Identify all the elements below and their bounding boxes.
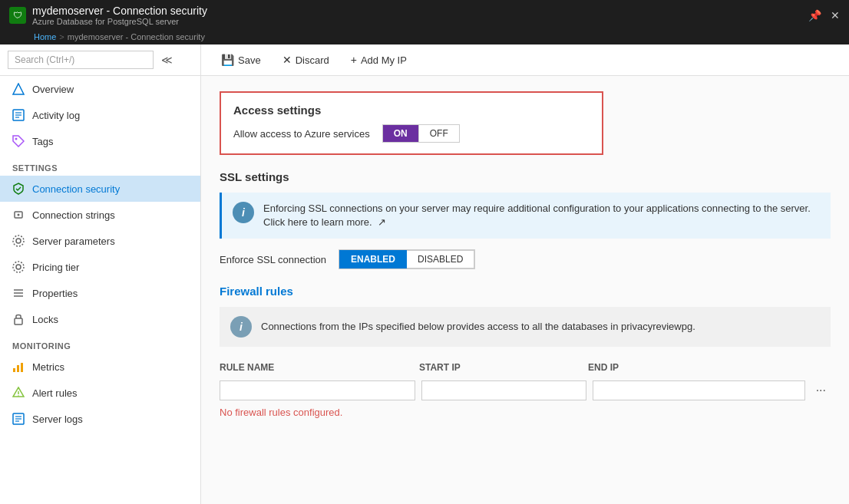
save-icon: 💾 <box>221 54 234 66</box>
add-ip-label: Add My IP <box>361 54 407 66</box>
ssl-enforce-toggle[interactable]: ENABLED DISABLED <box>339 249 475 269</box>
search-input[interactable] <box>8 51 154 69</box>
sidebar-label-server-logs: Server logs <box>32 413 83 425</box>
connection-strings-icon <box>12 209 25 221</box>
firewall-table-header: RULE NAME START IP END IP <box>220 359 831 376</box>
server-logs-icon <box>12 413 25 425</box>
locks-icon <box>12 313 25 325</box>
tags-icon <box>12 135 25 147</box>
toggle-on-button[interactable]: ON <box>383 125 418 142</box>
access-settings-title: Access settings <box>233 104 590 117</box>
sidebar-label-properties: Properties <box>32 288 78 299</box>
sidebar: ≪ Overview Activity log Tags SETTINGS <box>0 44 201 504</box>
ssl-info-text: Enforcing SSL connections on your server… <box>263 202 820 229</box>
ssl-settings-title: SSL settings <box>220 170 831 183</box>
svg-point-11 <box>13 262 24 272</box>
sidebar-item-activity-log[interactable]: Activity log <box>0 102 200 128</box>
add-my-ip-button[interactable]: + Add My IP <box>346 51 411 69</box>
sidebar-label-overview: Overview <box>32 84 74 95</box>
end-ip-input[interactable] <box>593 380 805 400</box>
ssl-toggle-row: Enforce SSL connection ENABLED DISABLED <box>220 249 831 269</box>
title-bar-right: 📌 ✕ <box>808 9 840 21</box>
azure-access-toggle[interactable]: ON OFF <box>382 124 460 143</box>
sidebar-item-pricing-tier[interactable]: Pricing tier <box>0 254 200 280</box>
svg-point-9 <box>13 236 24 246</box>
page-title: mydemoserver - Connection security <box>32 5 207 17</box>
toolbar: 💾 Save ✕ Discard + Add My IP <box>201 44 849 76</box>
firewall-info-icon: i <box>230 316 252 338</box>
firewall-rules-title: Firewall rules <box>220 285 831 298</box>
rule-name-input[interactable] <box>220 380 415 400</box>
firewall-table-row: ··· <box>220 380 831 400</box>
close-button[interactable]: ✕ <box>831 9 840 21</box>
svg-point-5 <box>15 138 18 140</box>
start-ip-input[interactable] <box>421 380 586 400</box>
sidebar-item-tags[interactable]: Tags <box>0 128 200 154</box>
svg-point-7 <box>18 214 20 216</box>
save-label: Save <box>238 54 261 66</box>
ssl-disabled-button[interactable]: DISABLED <box>407 250 474 268</box>
title-bar-text: mydemoserver - Connection security Azure… <box>32 5 207 26</box>
page-subtitle: Azure Database for PostgreSQL server <box>32 17 207 26</box>
sidebar-label-alert-rules: Alert rules <box>32 387 78 399</box>
external-link-icon: ↗ <box>378 216 386 228</box>
title-bar: 🛡 mydemoserver - Connection security Azu… <box>0 0 849 31</box>
sidebar-label-server-parameters: Server parameters <box>32 236 115 247</box>
collapse-button[interactable]: ≪ <box>158 52 176 68</box>
sidebar-item-alert-rules[interactable]: Alert rules <box>0 380 200 406</box>
monitoring-section-header: MONITORING <box>0 332 200 354</box>
pricing-tier-icon <box>12 261 25 273</box>
shield-icon: 🛡 <box>9 7 26 24</box>
sidebar-item-connection-strings[interactable]: Connection strings <box>0 202 200 228</box>
access-toggle-label: Allow access to Azure services <box>233 128 370 140</box>
ssl-enabled-button[interactable]: ENABLED <box>339 250 407 268</box>
pin-button[interactable]: 📌 <box>808 9 821 21</box>
activity-log-icon <box>12 109 25 121</box>
server-parameters-icon <box>12 235 25 247</box>
breadcrumb: Home > mydemoserver - Connection securit… <box>0 31 849 44</box>
svg-rect-17 <box>17 365 19 372</box>
sidebar-item-overview[interactable]: Overview <box>0 76 200 102</box>
svg-point-10 <box>16 265 21 269</box>
sidebar-label-metrics: Metrics <box>32 361 64 373</box>
properties-icon <box>12 287 25 299</box>
discard-button[interactable]: ✕ Discard <box>278 51 334 69</box>
svg-rect-15 <box>15 318 22 324</box>
add-ip-icon: + <box>351 54 357 66</box>
overview-icon <box>12 83 25 95</box>
breadcrumb-current: mydemoserver - Connection security <box>68 32 205 41</box>
svg-marker-0 <box>13 84 24 94</box>
settings-section-header: SETTINGS <box>0 154 200 176</box>
sidebar-label-tags: Tags <box>32 136 53 147</box>
sidebar-item-locks[interactable]: Locks <box>0 306 200 332</box>
discard-label: Discard <box>296 54 329 66</box>
connection-security-icon <box>12 183 25 195</box>
svg-point-20 <box>18 395 19 397</box>
sidebar-item-properties[interactable]: Properties <box>0 280 200 306</box>
sidebar-item-connection-security[interactable]: Connection security <box>0 176 200 202</box>
toggle-off-button[interactable]: OFF <box>418 125 459 142</box>
access-toggle-row: Allow access to Azure services ON OFF <box>233 124 590 143</box>
svg-rect-18 <box>21 363 23 372</box>
firewall-row-more-button[interactable]: ··· <box>811 382 831 399</box>
ssl-info-message: Enforcing SSL connections on your server… <box>263 203 811 228</box>
sidebar-label-connection-strings: Connection strings <box>32 209 115 221</box>
page-content: Access settings Allow access to Azure se… <box>201 76 849 433</box>
col-end-ip: END IP <box>588 359 831 376</box>
ssl-enforce-label: Enforce SSL connection <box>220 254 326 265</box>
col-start-ip: START IP <box>419 359 588 376</box>
sidebar-item-server-parameters[interactable]: Server parameters <box>0 228 200 254</box>
sidebar-label-locks: Locks <box>32 314 58 325</box>
ssl-info-icon: i <box>233 202 254 223</box>
save-button[interactable]: 💾 Save <box>216 51 266 69</box>
breadcrumb-home[interactable]: Home <box>34 32 56 41</box>
alert-rules-icon <box>12 387 25 399</box>
ssl-settings-section: SSL settings i Enforcing SSL connections… <box>220 170 831 269</box>
sidebar-item-metrics[interactable]: Metrics <box>0 354 200 380</box>
sidebar-item-server-logs[interactable]: Server logs <box>0 406 200 432</box>
main-layout: ≪ Overview Activity log Tags SETTINGS <box>0 44 849 504</box>
no-rules-message: No firewall rules configured. <box>220 407 831 418</box>
ssl-info-box: i Enforcing SSL connections on your serv… <box>220 193 831 239</box>
title-bar-left: 🛡 mydemoserver - Connection security Azu… <box>9 5 207 26</box>
firewall-rules-table: RULE NAME START IP END IP ··· No firewal… <box>220 359 831 418</box>
